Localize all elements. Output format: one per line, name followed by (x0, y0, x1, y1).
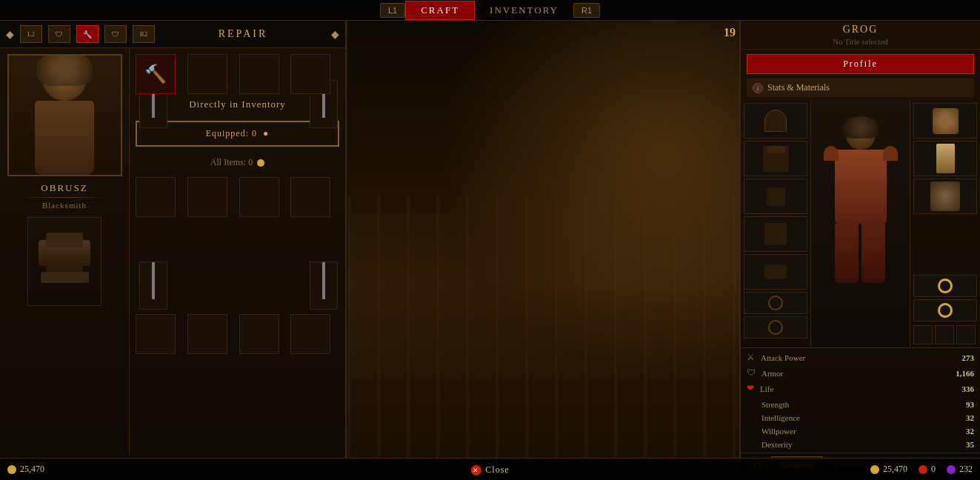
willpower-row: Willpower 32 (741, 424, 980, 438)
portrait-image (7, 54, 122, 176)
equip-slot-ring4[interactable] (913, 299, 977, 321)
repair-item-slot-3[interactable] (239, 54, 279, 94)
gold-amount-right: 25,470 (883, 464, 907, 475)
craft-tab[interactable]: CRAFT (405, 1, 475, 20)
character-portrait-area: OBRUSZ Blacksmith (0, 48, 130, 454)
repair-item-slot-1[interactable]: 🔨 (136, 54, 176, 94)
equip-slot-offhand[interactable] (913, 141, 977, 176)
repair-item-slot-4[interactable] (290, 54, 330, 94)
inv-slot-2[interactable] (187, 177, 227, 217)
inv-slot-7[interactable] (239, 314, 279, 354)
armor-row: 🛡 Armor 1,166 (741, 365, 980, 381)
character-equipment-area (741, 100, 980, 348)
inv-slot-1[interactable] (136, 177, 176, 217)
equip-slot-helmet[interactable] (744, 103, 807, 139)
misc-slot-1[interactable] (913, 325, 933, 344)
red-currency: 0 (919, 464, 936, 475)
equip-slot-ring1[interactable] (744, 292, 807, 314)
gold-coin-all (257, 159, 264, 167)
inv-slot-6[interactable] (187, 314, 227, 354)
gold-currency-right: 25,470 (870, 464, 907, 475)
tab-repair[interactable]: 🔧 (76, 25, 99, 43)
tab-shield2[interactable]: 🛡 (104, 25, 127, 43)
attack-power-icon: ⚔ (747, 352, 755, 363)
strength-row: Strength 93 (741, 398, 980, 411)
armor-icon: 🛡 (747, 367, 756, 379)
diamond-left: ◆ (6, 28, 14, 41)
red-icon (919, 465, 927, 474)
equip-slot-ring2[interactable] (744, 316, 807, 339)
purple-icon (947, 465, 956, 474)
tab-l2[interactable]: L2 (20, 25, 42, 43)
panel-tabs: ◆ L2 🛡 🔧 🛡 R2 REPAIR ◆ (0, 21, 345, 48)
attributes-section: Strength 93 Intelligence 32 Willpower 32… (741, 398, 980, 453)
gold-coin-equipped: ● (263, 128, 269, 139)
gold-icon-right (870, 465, 879, 474)
profile-button[interactable]: Profile (747, 54, 974, 74)
equip-slot-empty1 (913, 216, 977, 273)
name-divider (18, 197, 111, 198)
right-currencies: 25,470 0 232 (870, 464, 973, 475)
equip-slot-gloves[interactable] (744, 179, 807, 214)
info-icon: i (753, 83, 763, 93)
attack-power-row: ⚔ Attack Power 273 (741, 350, 980, 365)
stats-materials-button[interactable]: i Stats & Materials (747, 79, 974, 97)
equip-slot-chest[interactable] (744, 141, 807, 176)
weapon-slot-4[interactable] (310, 261, 338, 310)
intelligence-row: Intelligence 32 (741, 411, 980, 424)
diamond-right: ◆ (331, 28, 339, 41)
red-amount: 0 (931, 464, 936, 475)
life-icon: ❤ (747, 383, 754, 394)
item-grid-top: 🔨 (136, 54, 339, 94)
close-button[interactable]: ✕ Close (460, 460, 519, 480)
tab-r2[interactable]: R2 (133, 25, 155, 43)
top-navigation: L1 CRAFT INVENTORY R1 (0, 0, 980, 21)
equip-slot-weapon[interactable] (913, 179, 977, 214)
equip-col-left (741, 100, 811, 347)
repair-content: OBRUSZ Blacksmith (0, 48, 345, 454)
character-title: No Title selected (747, 37, 974, 46)
equip-col-right (910, 100, 980, 347)
gold-icon (7, 465, 16, 474)
class-symbol (27, 217, 101, 306)
stats-section: ⚔ Attack Power 273 🛡 Armor 1,166 ❤ Life … (741, 348, 980, 398)
inv-slot-5[interactable] (136, 314, 176, 354)
notification-badge: 19 (724, 26, 736, 39)
character-class: Blacksmith (42, 201, 87, 210)
character-name: OBRUSZ (41, 182, 87, 194)
r1-button[interactable]: R1 (573, 3, 600, 18)
equip-slot-boots[interactable] (744, 254, 807, 290)
equip-slot-ring3[interactable] (913, 275, 977, 297)
inv-slot-8[interactable] (290, 314, 330, 354)
hammer-icon: 🔨 (144, 64, 167, 84)
l1-button[interactable]: L1 (380, 3, 405, 18)
misc-slot-3[interactable] (956, 325, 976, 344)
inventory-tab[interactable]: INVENTORY (475, 1, 573, 19)
equip-slot-amulet[interactable] (913, 103, 977, 139)
dexterity-row: Dexterity 35 (741, 438, 980, 451)
left-panel: ◆ L2 🛡 🔧 🛡 R2 REPAIR ◆ (0, 21, 347, 458)
equip-slot-pants[interactable] (744, 216, 807, 252)
misc-slot-2[interactable] (935, 325, 954, 344)
right-panel: GROG No Title selected Profile i Stats &… (739, 21, 980, 458)
purple-amount: 232 (959, 464, 973, 475)
character-display-name: GROG (747, 24, 974, 36)
repair-item-slot-2[interactable] (187, 54, 227, 94)
character-header: GROG No Title selected (741, 21, 980, 50)
misc-slots-row (913, 325, 977, 344)
tab-shield1[interactable]: 🛡 (48, 25, 70, 43)
character-center-display (811, 100, 910, 347)
gold-currency: 25,470 (7, 464, 44, 475)
gold-amount: 25,470 (20, 464, 44, 475)
weapon-slot-2[interactable] (139, 261, 167, 310)
status-bar: 25,470 ✕ Close 25,470 0 232 (0, 458, 980, 480)
close-icon: ✕ (470, 465, 481, 476)
panel-title: REPAIR (161, 28, 325, 40)
life-row: ❤ Life 336 (741, 381, 980, 396)
inv-slot-3[interactable] (239, 177, 279, 217)
inv-slot-4[interactable] (290, 177, 330, 217)
purple-currency: 232 (947, 464, 973, 475)
